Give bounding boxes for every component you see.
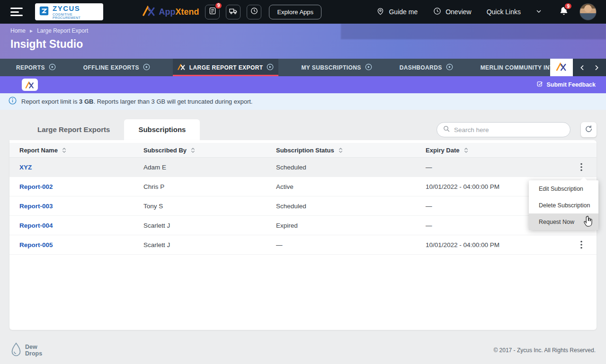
status-cell: Scheduled bbox=[276, 164, 426, 171]
oneview-label: Oneview bbox=[446, 8, 471, 16]
content-tabs: Large Report ExportsSubscriptions bbox=[23, 119, 200, 140]
appxtend-nav-tab[interactable] bbox=[550, 59, 573, 76]
search-box bbox=[437, 122, 570, 137]
refresh-button[interactable] bbox=[581, 122, 597, 137]
nav-tab-dashboards[interactable]: DASHBOARDS bbox=[395, 59, 458, 76]
report-link[interactable]: Report-004 bbox=[19, 222, 53, 229]
expiry-cell: — bbox=[426, 164, 568, 171]
bell-icon bbox=[559, 9, 569, 18]
scroll-left-icon[interactable] bbox=[579, 64, 586, 71]
table-row[interactable]: Report-005Scarlett J—10/01/2022 - 04:00:… bbox=[9, 235, 597, 255]
guide-me-button[interactable]: Guide me bbox=[376, 7, 418, 17]
subscribed-by-cell: Scarlett J bbox=[143, 222, 276, 229]
report-name-cell: Report-003 bbox=[19, 203, 143, 210]
history-button[interactable] bbox=[247, 5, 261, 19]
oneview-icon bbox=[433, 7, 442, 17]
report-name-cell: Report-002 bbox=[19, 183, 143, 190]
column-label: Subscribed By bbox=[143, 147, 187, 154]
column-header-expiry-date: Expiry Date bbox=[426, 147, 568, 154]
appxtend-toolbar: Submit Feedback bbox=[0, 76, 606, 93]
menu-item-edit-subscription[interactable]: Edit Subscription bbox=[529, 180, 598, 197]
table-header-row: Report NameSubscribed BySubscription Sta… bbox=[9, 143, 597, 158]
row-menu-button[interactable] bbox=[578, 161, 585, 173]
news-feed-button[interactable]: 9 bbox=[205, 5, 220, 19]
notifications-button[interactable]: 9 bbox=[559, 6, 569, 18]
table-row[interactable]: Report-003Tony SScheduled— bbox=[9, 196, 597, 216]
nav-tab-reports[interactable]: REPORTS bbox=[11, 59, 61, 76]
table-row[interactable]: Report-004Scarlett JExpired— bbox=[9, 216, 597, 235]
sort-icon[interactable] bbox=[338, 147, 343, 154]
menu-item-request-now[interactable]: Request Now bbox=[529, 213, 598, 230]
zycus-mark-icon bbox=[39, 6, 49, 18]
subscribed-by-cell: Chris P bbox=[143, 183, 276, 190]
column-label: Report Name bbox=[19, 147, 58, 154]
zycus-name: ZYCUS bbox=[53, 5, 99, 12]
nav-tab-merlin-community-intellige[interactable]: MERLIN COMMUNITY INTELLIGE bbox=[476, 59, 550, 76]
column-label: Subscription Status bbox=[276, 147, 334, 154]
copyright-text: © 2017 - Zycus Inc. All Rights Reserved. bbox=[493, 347, 596, 354]
nav-tab-label: REPORTS bbox=[16, 64, 45, 71]
tour-play-icon bbox=[446, 63, 453, 72]
appxtend-mark-icon bbox=[178, 64, 186, 71]
appxtend-mark-icon bbox=[143, 6, 156, 18]
status-cell: Scheduled bbox=[276, 203, 426, 210]
report-name-cell: XYZ bbox=[19, 164, 143, 171]
oneview-button[interactable]: Oneview bbox=[433, 7, 471, 17]
nav-tab-label: MY SUBSCRIPTIONS bbox=[301, 64, 361, 71]
breadcrumb-home[interactable]: Home bbox=[10, 27, 26, 34]
sort-icon[interactable] bbox=[62, 147, 67, 154]
top-bar: ZYCUS COGNITIVE PROCUREMENT AppXtend 9 E… bbox=[0, 0, 606, 24]
sort-icon[interactable] bbox=[190, 147, 196, 154]
chevron-down-icon bbox=[535, 8, 543, 17]
row-menu-button[interactable] bbox=[578, 239, 585, 251]
report-link[interactable]: XYZ bbox=[19, 164, 32, 171]
feedback-icon bbox=[536, 80, 544, 89]
subscribed-by-cell: Tony S bbox=[143, 203, 276, 210]
quick-links-dropdown[interactable]: Quick Links bbox=[487, 8, 543, 17]
nav-tab-my-subscriptions[interactable]: MY SUBSCRIPTIONS bbox=[296, 59, 376, 76]
truck-icon bbox=[229, 7, 238, 18]
row-context-menu: Edit SubscriptionDelete SubscriptionRequ… bbox=[529, 180, 598, 230]
nav-tab-label: DASHBOARDS bbox=[400, 64, 442, 71]
zycus-logo[interactable]: ZYCUS COGNITIVE PROCUREMENT bbox=[35, 3, 103, 20]
expiry-cell: 10/01/2022 - 04:00:00 PM bbox=[426, 241, 568, 249]
status-cell: Active bbox=[276, 183, 426, 190]
hamburger-menu-icon[interactable] bbox=[10, 8, 23, 16]
tab-large-report-exports[interactable]: Large Report Exports bbox=[23, 119, 124, 140]
page-footer: Dew Drops © 2017 - Zycus Inc. All Rights… bbox=[0, 330, 606, 364]
header-background-image bbox=[341, 24, 606, 59]
sort-icon[interactable] bbox=[463, 147, 469, 154]
subscriptions-card: Report NameSubscribed BySubscription Sta… bbox=[9, 140, 597, 330]
subscribed-by-cell: Scarlett J bbox=[143, 241, 276, 249]
delivery-button[interactable] bbox=[226, 5, 241, 19]
nav-tab-offline-exports[interactable]: OFFLINE EXPORTS bbox=[79, 59, 155, 76]
report-link[interactable]: Report-002 bbox=[19, 183, 53, 190]
report-link[interactable]: Report-003 bbox=[19, 203, 53, 210]
dewdrops-logo: Dew Drops bbox=[10, 342, 42, 359]
banner-text: Report export limit is 3 GB. Reports lar… bbox=[21, 98, 252, 105]
report-link[interactable]: Report-005 bbox=[19, 241, 53, 249]
clock-icon bbox=[250, 7, 258, 17]
report-name-cell: Report-005 bbox=[19, 241, 143, 249]
report-name-cell: Report-004 bbox=[19, 222, 143, 229]
tour-play-icon bbox=[365, 63, 372, 72]
nav-tab-label: LARGE REPORT EXPORT bbox=[189, 64, 263, 71]
breadcrumb-current: Large Report Export bbox=[37, 27, 88, 34]
tour-play-icon bbox=[49, 63, 56, 72]
table-row[interactable]: XYZAdam EScheduled— bbox=[9, 158, 597, 177]
column-header-report-name: Report Name bbox=[19, 147, 143, 154]
user-avatar[interactable] bbox=[579, 3, 597, 20]
appxtend-text-prefix: App bbox=[159, 7, 175, 17]
search-input[interactable] bbox=[454, 126, 565, 133]
zycus-tagline: COGNITIVE PROCUREMENT bbox=[53, 13, 99, 19]
search-icon bbox=[443, 125, 450, 134]
tab-subscriptions[interactable]: Subscriptions bbox=[124, 119, 200, 140]
table-row[interactable]: Report-002Chris PActive10/01/2022 - 04:0… bbox=[9, 177, 597, 196]
scroll-right-icon[interactable] bbox=[593, 64, 600, 71]
explore-apps-button[interactable]: Explore Apps bbox=[269, 5, 321, 19]
appxtend-chip-button[interactable] bbox=[22, 79, 38, 91]
submit-feedback-button[interactable]: Submit Feedback bbox=[536, 76, 596, 93]
nav-tab-large-report-export[interactable]: LARGE REPORT EXPORT bbox=[173, 59, 279, 76]
appxtend-logo: AppXtend bbox=[143, 6, 199, 18]
menu-item-delete-subscription[interactable]: Delete Subscription bbox=[529, 197, 598, 213]
